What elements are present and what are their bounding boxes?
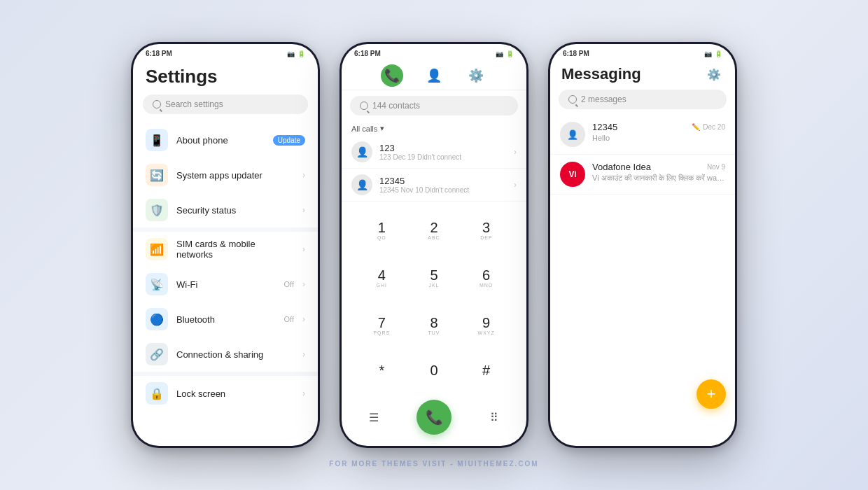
- msg-avatar-0: 👤: [560, 122, 585, 147]
- status-time-1: 6:18 PM: [146, 50, 172, 57]
- msg-item-1[interactable]: Vi Vodafone Idea Nov 9 Vi अकाउंट की जानक…: [550, 155, 735, 195]
- settings-item-wifi[interactable]: 📡 Wi-Fi Off ›: [133, 267, 318, 302]
- connection-arrow: ›: [302, 349, 305, 359]
- system-label: System apps updater: [176, 170, 294, 181]
- dial-6[interactable]: 6MNO: [460, 253, 512, 301]
- call-detail-1: 12345 Nov 10 Didn't connect: [379, 186, 507, 194]
- filter-arrow: ▾: [380, 124, 384, 133]
- dial-3[interactable]: 3DEF: [460, 206, 512, 253]
- status-bar-2: 6:18 PM 📷 🔋: [342, 44, 526, 60]
- bluetooth-icon: 🔵: [146, 308, 168, 330]
- msg-row1-0: 12345 ✏️ Dec 20: [592, 122, 725, 132]
- lockscreen-arrow: ›: [302, 388, 305, 398]
- dialer-tabs: 📞 👤 ⚙️: [342, 60, 526, 90]
- settings-item-connection[interactable]: 🔗 Connection & sharing ›: [133, 337, 318, 372]
- contacts-tab[interactable]: 👤: [423, 64, 445, 87]
- msg-time-1: Nov 9: [707, 163, 725, 171]
- settings-item-sim[interactable]: 📶 SIM cards & mobile networks ›: [133, 232, 318, 267]
- status-icons-3: 📷 🔋: [704, 50, 722, 57]
- status-bar-1: 6:18 PM 📷 🔋: [133, 44, 318, 60]
- dial-4[interactable]: 4GHI: [356, 253, 408, 301]
- call-item-0[interactable]: 👤 123 123 Dec 19 Didn't connect ›: [342, 136, 526, 169]
- bluetooth-label: Bluetooth: [176, 314, 276, 325]
- dial-2[interactable]: 2ABC: [408, 206, 461, 253]
- messaging-header: Messaging ⚙️: [550, 60, 735, 87]
- sim-icon: 📶: [146, 238, 168, 260]
- dial-star[interactable]: *: [356, 349, 408, 391]
- msg-time-0: Dec 20: [703, 123, 725, 131]
- dialpad: 1QO 2ABC 3DEF 4GHI 5JKL 6MNO 7PQRS 8TUV …: [342, 202, 526, 396]
- phone-dialer: 6:18 PM 📷 🔋 📞 👤 ⚙️ 144 contacts All call…: [340, 42, 528, 448]
- msg-avatar-1: Vi: [560, 162, 585, 187]
- dial-9[interactable]: 9WXYZ: [460, 301, 512, 349]
- bluetooth-status: Off: [284, 315, 294, 323]
- battery-icon: 🔋: [298, 50, 305, 57]
- lockscreen-icon: 🔒: [146, 382, 168, 405]
- status-time-2: 6:18 PM: [354, 50, 381, 57]
- status-icons-2: 📷 🔋: [496, 50, 514, 57]
- msg-search-icon: [568, 95, 577, 104]
- wifi-status: Off: [284, 280, 294, 288]
- dialer-content: 📞 👤 ⚙️ 144 contacts All calls ▾ 👤 123 12…: [342, 60, 526, 446]
- camera-icon: 📷: [287, 50, 295, 57]
- call-button[interactable]: 📞: [416, 400, 451, 435]
- calls-filter[interactable]: All calls ▾: [342, 121, 526, 136]
- watermark: FOR MORE THEMES VISIT - MIUITHEMEZ.COM: [329, 460, 538, 468]
- dial-7[interactable]: 7PQRS: [356, 301, 408, 349]
- about-label: About phone: [176, 135, 265, 146]
- battery-icon-3: 🔋: [715, 50, 722, 57]
- dial-hash[interactable]: #: [460, 349, 512, 391]
- sim-arrow: ›: [302, 244, 305, 254]
- dial-0[interactable]: 0: [408, 349, 461, 391]
- security-label: Security status: [176, 205, 294, 216]
- wifi-label: Wi-Fi: [176, 279, 276, 290]
- call-item-1[interactable]: 👤 12345 12345 Nov 10 Didn't connect ›: [342, 169, 526, 202]
- battery-icon-2: 🔋: [506, 50, 514, 57]
- phone-settings: 6:18 PM 📷 🔋 Settings Search settings 📱 A…: [131, 42, 320, 448]
- search-placeholder: Search settings: [165, 99, 223, 109]
- msg-name-0: 12345: [592, 122, 617, 132]
- search-icon: [153, 100, 161, 108]
- messaging-settings-icon[interactable]: ⚙️: [704, 64, 724, 84]
- call-name-0: 123: [379, 143, 507, 153]
- settings-search[interactable]: Search settings: [143, 94, 308, 114]
- dialpad-icon[interactable]: ⠿: [482, 405, 507, 430]
- dial-8[interactable]: 8TUV: [408, 301, 461, 349]
- menu-icon[interactable]: ☰: [361, 405, 386, 430]
- dial-1[interactable]: 1QO: [356, 206, 408, 253]
- contact-search-icon: [360, 102, 368, 110]
- wifi-arrow: ›: [302, 279, 305, 289]
- phone-tab[interactable]: 📞: [381, 64, 403, 87]
- call-info-1: 12345 12345 Nov 10 Didn't connect: [379, 176, 507, 194]
- call-detail-0: 123 Dec 19 Didn't connect: [379, 153, 507, 161]
- settings-item-bluetooth[interactable]: 🔵 Bluetooth Off ›: [133, 302, 318, 337]
- camera-icon-3: 📷: [704, 50, 712, 57]
- msg-item-0[interactable]: 👤 12345 ✏️ Dec 20 Hello: [550, 115, 735, 155]
- contact-search[interactable]: 144 contacts: [350, 96, 518, 115]
- settings-item-about[interactable]: 📱 About phone Update: [133, 122, 318, 158]
- settings-tab[interactable]: ⚙️: [465, 64, 487, 87]
- phone-messaging: 6:18 PM 📷 🔋 Messaging ⚙️ 2 messages 👤 12…: [548, 42, 737, 448]
- call-arrow-0: ›: [514, 147, 517, 157]
- settings-item-security[interactable]: 🛡️ Security status ›: [133, 192, 318, 227]
- about-icon: 📱: [146, 129, 168, 151]
- call-info-0: 123 123 Dec 19 Didn't connect: [379, 143, 507, 161]
- msg-edit-icon-0: ✏️: [692, 123, 700, 131]
- dialer-bottom: ☰ 📞 ⠿: [342, 396, 526, 446]
- settings-item-system[interactable]: 🔄 System apps updater ›: [133, 158, 318, 192]
- filter-label: All calls: [351, 125, 377, 133]
- status-bar-3: 6:18 PM 📷 🔋: [550, 44, 735, 60]
- msg-row1-1: Vodafone Idea Nov 9: [592, 162, 725, 172]
- call-avatar-1: 👤: [351, 174, 372, 195]
- connection-label: Connection & sharing: [176, 349, 294, 360]
- messaging-search[interactable]: 2 messages: [559, 90, 727, 109]
- dial-5[interactable]: 5JKL: [408, 253, 461, 301]
- call-arrow-1: ›: [514, 180, 517, 190]
- bluetooth-arrow: ›: [302, 314, 305, 324]
- settings-title: Settings: [133, 60, 318, 94]
- fab-button[interactable]: +: [696, 379, 726, 409]
- contact-search-text: 144 contacts: [372, 101, 420, 111]
- msg-body-1: Vodafone Idea Nov 9 Vi अकाउंट की जानकारी…: [592, 162, 725, 183]
- settings-item-lockscreen[interactable]: 🔒 Lock screen ›: [133, 376, 318, 411]
- connection-icon: 🔗: [146, 343, 168, 365]
